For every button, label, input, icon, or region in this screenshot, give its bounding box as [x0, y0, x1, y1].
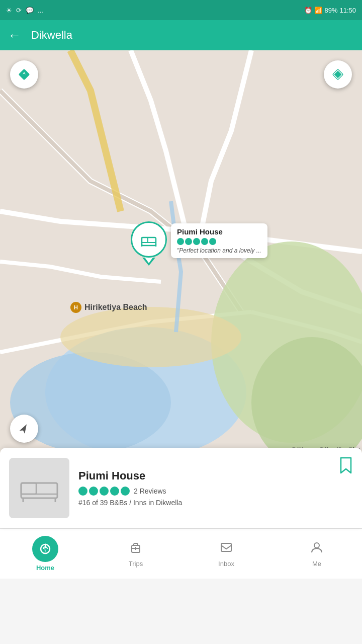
poi-review: "Perfect location and a lovely ... — [177, 247, 261, 254]
status-battery: 89% — [324, 7, 337, 14]
back-button[interactable]: ← — [8, 28, 21, 43]
hotel-info: Piumi House 2 Reviews #16 of 39 B&Bs / I… — [78, 469, 353, 507]
status-bar-left: ☀ ⟳ 💬 ... — [6, 7, 43, 14]
me-icon — [310, 540, 324, 558]
rating-circle-4 — [110, 487, 119, 496]
rating-circle-1 — [78, 487, 87, 496]
svg-point-25 — [314, 543, 319, 548]
rating-circle-3 — [100, 487, 109, 496]
rating-circle-5 — [121, 487, 130, 496]
svg-rect-9 — [142, 237, 156, 246]
nav-item-me[interactable]: Me — [272, 535, 362, 573]
status-icon-chat: 💬 — [26, 7, 34, 14]
nav-label-trips: Trips — [129, 560, 143, 568]
rating-circle-2 — [89, 487, 98, 496]
svg-rect-14 — [21, 483, 57, 498]
nav-item-home[interactable]: Home — [0, 531, 90, 577]
poi-star-3 — [193, 238, 200, 245]
nav-item-inbox[interactable]: Inbox — [181, 535, 272, 573]
status-alarm: ⏰ — [304, 7, 312, 14]
reviews-count: 2 Reviews — [134, 487, 166, 495]
map-location-button[interactable] — [10, 415, 38, 443]
map-area[interactable]: Piumi House "Perfect location and a love… — [0, 50, 362, 453]
poi-icon-circle — [131, 221, 167, 258]
poi-star-2 — [185, 238, 192, 245]
bottom-navigation: Home Trips Inbox Me — [0, 528, 362, 579]
svg-rect-15 — [21, 483, 36, 494]
hotel-rating: 2 Reviews — [78, 487, 353, 496]
status-bar-right: ⏰ 📶 89% 11:50 — [304, 7, 356, 14]
page-title: Dikwella — [31, 29, 72, 42]
poi-name: Piumi House — [177, 227, 261, 236]
beach-name: Hiriketiya Beach — [84, 303, 147, 312]
status-icon-more: ... — [38, 7, 43, 14]
app-bar: ← Dikwella — [0, 20, 362, 50]
map-navigation-button[interactable] — [10, 60, 38, 89]
poi-stars — [177, 238, 261, 245]
svg-rect-6 — [19, 69, 30, 80]
poi-star-4 — [201, 238, 208, 245]
hotel-title: Piumi House — [78, 469, 353, 482]
nav-label-inbox: Inbox — [218, 560, 234, 568]
status-icon-sync: ⟳ — [16, 7, 22, 14]
hotel-rank: #16 of 39 B&Bs / Inns in Dikwella — [78, 499, 353, 507]
poi-info-popup: Piumi House "Perfect location and a love… — [171, 223, 267, 258]
status-time: 11:50 — [339, 7, 356, 14]
poi-star-5 — [209, 238, 216, 245]
map-layers-button[interactable] — [324, 60, 352, 89]
poi-bubble — [131, 221, 167, 258]
home-icon — [32, 536, 58, 562]
status-signal: 📶 — [314, 7, 322, 14]
status-icon-sun: ☀ — [6, 7, 12, 14]
svg-rect-10 — [142, 237, 148, 243]
svg-rect-24 — [221, 543, 231, 551]
svg-point-5 — [60, 307, 241, 367]
beach-marker-icon: H — [70, 302, 81, 313]
hotel-card: Piumi House 2 Reviews #16 of 39 B&Bs / I… — [0, 448, 362, 528]
trips-icon — [129, 540, 143, 558]
map-poi-marker[interactable]: Piumi House "Perfect location and a love… — [131, 221, 267, 258]
status-bar: ☀ ⟳ 💬 ... ⏰ 📶 89% 11:50 — [0, 0, 362, 20]
inbox-icon — [219, 540, 233, 558]
nav-label-home: Home — [36, 564, 54, 572]
rating-circles — [78, 487, 130, 496]
beach-label: H Hiriketiya Beach — [70, 302, 147, 313]
nav-label-me: Me — [312, 560, 321, 568]
bookmark-button[interactable] — [339, 457, 353, 477]
poi-star-1 — [177, 238, 184, 245]
hotel-thumbnail — [9, 458, 69, 518]
nav-item-trips[interactable]: Trips — [90, 535, 181, 573]
